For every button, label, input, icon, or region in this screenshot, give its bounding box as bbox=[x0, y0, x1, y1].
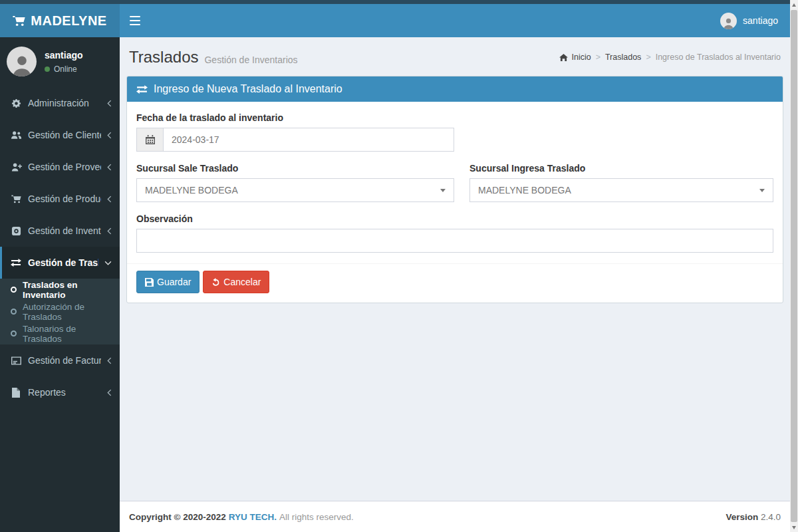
chevron-left-icon bbox=[107, 227, 112, 235]
home-icon bbox=[559, 54, 568, 61]
navbar-user-name: santiago bbox=[743, 15, 778, 26]
sidebar-item-gestion-proveedores[interactable]: Gestión de Proveedores bbox=[0, 151, 120, 183]
date-input[interactable] bbox=[163, 128, 454, 152]
save-icon bbox=[145, 278, 154, 287]
circle-icon bbox=[11, 309, 17, 315]
traslados-submenu: Traslados en Inventario Autorización de … bbox=[0, 279, 120, 344]
billing-icon bbox=[10, 356, 22, 365]
user-plus-icon bbox=[10, 162, 22, 172]
online-dot-icon bbox=[45, 66, 50, 72]
triangle-down-icon bbox=[792, 526, 796, 529]
page-footer: Copyright © 2020-2022 RYU TECH. All righ… bbox=[120, 501, 790, 532]
chevron-left-icon bbox=[107, 164, 112, 171]
submenu-item-talonarios-de-traslados[interactable]: Talonarios de Traslados bbox=[0, 323, 120, 344]
date-field-group: Fecha de la traslado al inventario bbox=[136, 112, 454, 152]
panel-footer: Guardar Cancelar bbox=[127, 263, 783, 303]
gears-icon bbox=[10, 98, 22, 108]
sucursal-sale-label: Sucursal Sale Traslado bbox=[136, 163, 454, 174]
user-avatar bbox=[7, 47, 37, 76]
exchange-icon bbox=[136, 85, 148, 94]
caret-down-icon bbox=[759, 189, 765, 192]
date-label: Fecha de la traslado al inventario bbox=[136, 112, 454, 123]
panel-body: Fecha de la traslado al inventario bbox=[127, 102, 783, 263]
brand-name: MADELYNE bbox=[31, 13, 106, 29]
sidebar-item-gestion-inventarios[interactable]: Gestión de Inventarios bbox=[0, 215, 120, 247]
sidebar-user-panel: santiago Online bbox=[0, 37, 120, 87]
circle-icon bbox=[11, 331, 17, 336]
scrollbar-thumb[interactable] bbox=[791, 10, 797, 522]
chevron-left-icon bbox=[107, 196, 112, 203]
chevron-left-icon bbox=[107, 389, 112, 396]
hamburger-icon bbox=[130, 16, 140, 17]
top-navbar: MADELYNE santiago bbox=[0, 4, 790, 37]
sucursal-sale-group: Sucursal Sale Traslado MADELYNE BODEGA bbox=[136, 163, 454, 202]
observacion-label: Observación bbox=[136, 213, 773, 224]
triangle-up-icon bbox=[792, 3, 796, 7]
submenu-item-traslados-en-inventario[interactable]: Traslados en Inventario bbox=[0, 279, 120, 301]
window-top-edge bbox=[0, 0, 798, 4]
chevron-left-icon bbox=[107, 357, 112, 364]
submenu-item-autorizacion-de-traslados[interactable]: Autorización de Traslados bbox=[0, 301, 120, 323]
vertical-scrollbar[interactable] bbox=[790, 0, 798, 532]
sidebar: santiago Online Administración bbox=[0, 37, 120, 532]
content-header: Traslados Gestión de Inventarios Inicio … bbox=[120, 37, 790, 76]
sidebar-item-gestion-facturacion[interactable]: Gestión de Facturación bbox=[0, 344, 120, 376]
sidebar-menu: Administración Gestión de Clientes bbox=[0, 87, 120, 408]
save-button[interactable]: Guardar bbox=[136, 271, 200, 293]
sidebar-user-name: santiago bbox=[45, 50, 83, 61]
navbar-user-menu[interactable]: santiago bbox=[708, 4, 790, 37]
observacion-group: Observación bbox=[136, 213, 773, 253]
page-title: Traslados bbox=[129, 48, 198, 66]
user-status: Online bbox=[45, 65, 83, 74]
observacion-input[interactable] bbox=[136, 229, 773, 253]
panel-header: Ingreso de Nueva Traslado al Inventario bbox=[127, 76, 783, 102]
sucursal-ingresa-group: Sucursal Ingresa Traslado MADELYNE BODEG… bbox=[469, 163, 773, 202]
circle-icon bbox=[11, 287, 17, 293]
user-avatar bbox=[720, 13, 737, 29]
cart-icon bbox=[10, 195, 22, 203]
page-subtitle: Gestión de Inventarios bbox=[204, 50, 297, 65]
sidebar-item-gestion-productos[interactable]: Gestión de Productos bbox=[0, 183, 120, 215]
brand-logo[interactable]: MADELYNE bbox=[0, 4, 120, 37]
sucursal-ingresa-label: Sucursal Ingresa Traslado bbox=[469, 163, 773, 174]
inventory-icon bbox=[10, 226, 22, 236]
chevron-left-icon bbox=[107, 100, 112, 107]
main-content: Traslados Gestión de Inventarios Inicio … bbox=[120, 37, 790, 532]
cart-icon bbox=[13, 15, 25, 27]
breadcrumb-current: Ingreso de Traslados al Inventario bbox=[656, 53, 781, 62]
sidebar-item-administracion[interactable]: Administración bbox=[0, 87, 120, 119]
undo-icon bbox=[211, 278, 220, 287]
breadcrumb-traslados-link[interactable]: Traslados bbox=[605, 53, 641, 62]
sucursal-row: Sucursal Sale Traslado MADELYNE BODEGA S… bbox=[136, 163, 773, 213]
sidebar-toggle-button[interactable] bbox=[120, 4, 150, 37]
sidebar-item-gestion-clientes[interactable]: Gestión de Clientes bbox=[0, 119, 120, 151]
panel-title: Ingreso de Nueva Traslado al Inventario bbox=[154, 83, 342, 95]
company-link[interactable]: RYU TECH. bbox=[229, 512, 277, 522]
chevron-left-icon bbox=[107, 132, 112, 139]
scroll-down-button[interactable] bbox=[790, 523, 798, 532]
sidebar-item-reportes[interactable]: Reportes bbox=[0, 376, 120, 408]
cancel-button[interactable]: Cancelar bbox=[203, 271, 269, 293]
sidebar-item-gestion-traslados[interactable]: Gestión de Traslados bbox=[0, 247, 120, 279]
users-icon bbox=[10, 130, 22, 140]
rights-text: All rights reserved. bbox=[279, 512, 354, 522]
caret-down-icon bbox=[440, 189, 446, 192]
version-text: Version 2.4.0 bbox=[726, 512, 781, 522]
traslado-form-panel: Ingreso de Nueva Traslado al Inventario … bbox=[126, 76, 783, 303]
scroll-up-button[interactable] bbox=[790, 0, 798, 9]
exchange-icon bbox=[10, 259, 22, 267]
breadcrumb-home-link[interactable]: Inicio bbox=[559, 53, 591, 62]
sucursal-ingresa-select[interactable]: MADELYNE BODEGA bbox=[469, 178, 773, 202]
copyright-text: Copyright © 2020-2022 bbox=[129, 512, 226, 522]
report-icon bbox=[10, 388, 22, 398]
breadcrumb: Inicio > Traslados > Ingreso de Traslado… bbox=[559, 53, 781, 62]
sucursal-sale-select[interactable]: MADELYNE BODEGA bbox=[136, 178, 454, 202]
calendar-icon bbox=[136, 128, 163, 152]
chevron-down-icon bbox=[104, 261, 112, 265]
